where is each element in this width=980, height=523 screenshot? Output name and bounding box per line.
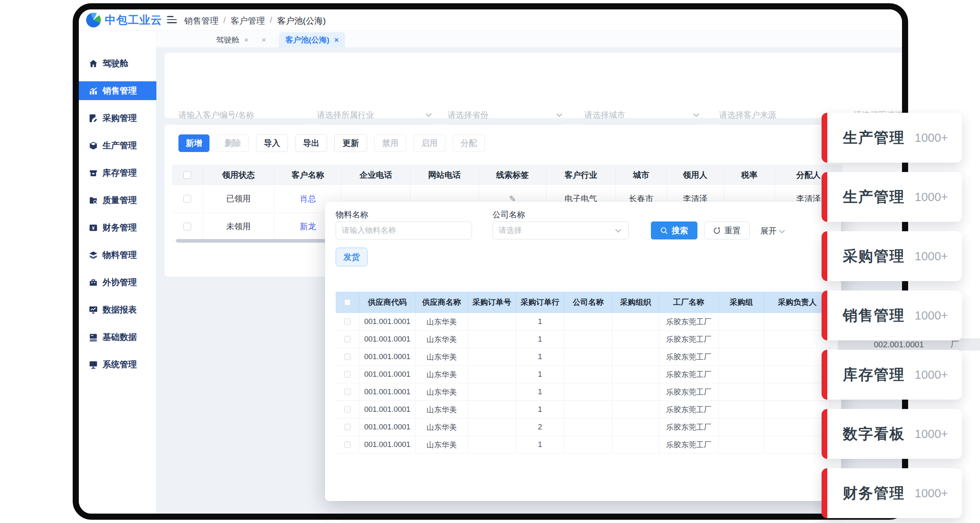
sidebar-item-system[interactable]: 系统管理: [79, 355, 156, 374]
row-checkbox[interactable]: [183, 195, 191, 203]
finance-yen-icon: ¥: [89, 223, 98, 232]
supplier-name: 山东华美: [416, 418, 468, 436]
supplier-row: 001.001.0001 山东华美 1 乐胶东莞工厂: [336, 348, 831, 366]
supplier-table-header: 供应商代码 供应商名称 采购订单号 采购订单行 公司名称 采购组织 工厂名称 采…: [336, 292, 831, 313]
chevron-down-icon: [557, 111, 562, 117]
po-line: 1: [516, 401, 564, 418]
column-header: 领用状态: [203, 165, 274, 185]
sidebar-item-purchase[interactable]: 采购管理: [79, 109, 156, 127]
svg-text:¥: ¥: [92, 225, 95, 230]
delete-button[interactable]: 删除: [217, 134, 249, 152]
module-card-sales[interactable]: 销售管理 1000+: [822, 291, 962, 340]
factory-name: 乐胶东莞工厂: [659, 331, 719, 348]
purchase-org: [612, 313, 659, 331]
sidebar-item-dashboard[interactable]: 驾驶舱: [79, 54, 156, 73]
assign-button[interactable]: 分配: [453, 134, 485, 152]
select-all-checkbox[interactable]: [344, 299, 351, 306]
sales-chart-icon: [89, 86, 98, 96]
tab-close-icon[interactable]: ×: [244, 36, 249, 45]
supplier-row: 001.001.0001 山东华美 1 乐胶东莞工厂: [336, 366, 831, 383]
row-checkbox[interactable]: [183, 223, 191, 230]
ship-button[interactable]: 发货: [336, 248, 368, 266]
city-select[interactable]: 请选择城市: [584, 106, 701, 124]
select-placeholder: 请选择所属行业: [317, 110, 374, 121]
add-button[interactable]: 新增: [178, 134, 209, 152]
tab-close-icon[interactable]: ×: [334, 36, 339, 45]
modal-expand-link[interactable]: 展开: [760, 226, 786, 237]
search-label: 搜索: [672, 225, 688, 236]
column-header: 公司名称: [564, 292, 612, 313]
module-card-production-2[interactable]: 生产管理 1000+: [822, 172, 962, 222]
tab-close-icon[interactable]: ×: [262, 36, 266, 45]
sidebar-item-material[interactable]: 物料管理: [79, 246, 156, 264]
module-card-purchase[interactable]: 采购管理 1000+: [822, 231, 962, 281]
supplier-name: 山东华美: [416, 348, 468, 366]
row-checkbox[interactable]: [344, 389, 351, 395]
update-button[interactable]: 更新: [334, 134, 367, 152]
select-placeholder: 请选择客户来源: [719, 110, 776, 121]
outsourcing-briefcase-icon: [89, 278, 98, 287]
row-checkbox[interactable]: [344, 406, 351, 413]
customer-name-link[interactable]: 新龙: [300, 221, 316, 232]
fragment-partial-text: 厂: [951, 339, 959, 350]
column-header: 税率: [724, 165, 775, 185]
customer-keyword-input[interactable]: [178, 106, 303, 124]
card-title: 采购管理: [843, 246, 905, 266]
tab-customer-pool[interactable]: 客户池(公海) ×: [279, 32, 345, 48]
sidebar-item-sales[interactable]: 销售管理: [79, 81, 156, 100]
supplier-name: 山东华美: [416, 313, 468, 331]
supplier-row: 001.001.0001 山东华美 1 乐胶东莞工厂: [336, 331, 831, 348]
reset-button[interactable]: 重置: [704, 221, 750, 239]
customer-keyword-field[interactable]: [178, 110, 303, 120]
search-button[interactable]: 搜索: [651, 221, 697, 239]
sidebar-item-quality[interactable]: 质量管理: [79, 191, 156, 210]
purchase-owner: [764, 436, 831, 454]
row-checkbox[interactable]: [344, 441, 351, 448]
po-number: [468, 348, 516, 366]
province-select[interactable]: 请选择省份: [448, 106, 564, 124]
row-checkbox[interactable]: [344, 371, 351, 378]
import-button[interactable]: 导入: [256, 134, 288, 152]
industry-select[interactable]: 请选择所属行业: [317, 106, 433, 124]
sidebar-item-label: 外协管理: [102, 277, 137, 288]
sidebar-item-basedata[interactable]: 基础数据: [79, 328, 156, 346]
sidebar-item-finance[interactable]: ¥ 财务管理: [79, 218, 156, 237]
select-all-checkbox[interactable]: [183, 171, 191, 179]
sidebar-item-outsourcing[interactable]: 外协管理: [79, 273, 156, 292]
customer-name-link[interactable]: 肖总: [300, 193, 316, 204]
quality-folder-icon: [89, 196, 98, 205]
supplier-name: 山东华美: [416, 331, 468, 348]
row-checkbox[interactable]: [344, 318, 351, 325]
material-name-field[interactable]: [342, 226, 466, 235]
po-number: [468, 401, 516, 418]
sidebar-item-reports[interactable]: 数据报表: [79, 300, 156, 319]
module-card-finance[interactable]: 财务管理 1000+: [822, 468, 962, 518]
menu-toggle-icon[interactable]: [167, 16, 177, 24]
purchase-org: [612, 436, 659, 454]
purchase-org: [612, 418, 659, 436]
export-button[interactable]: 导出: [295, 134, 327, 152]
material-name-input[interactable]: [336, 221, 472, 239]
sidebar-item-label: 生产管理: [102, 140, 137, 151]
enable-button[interactable]: 启用: [414, 134, 445, 152]
sidebar-item-inventory[interactable]: 库存管理: [79, 163, 156, 182]
row-checkbox[interactable]: [344, 424, 351, 430]
disable-button[interactable]: 禁用: [374, 134, 406, 152]
refresh-icon: [713, 227, 721, 235]
row-checkbox[interactable]: [344, 336, 351, 342]
breadcrumb-item[interactable]: 销售管理: [184, 15, 218, 27]
company-select[interactable]: 请选择: [492, 221, 629, 239]
po-number: [468, 366, 516, 383]
row-checkbox[interactable]: [344, 353, 351, 360]
module-card-production-1[interactable]: 生产管理 1000+: [822, 113, 962, 163]
tab-unnamed[interactable]: ×: [250, 32, 273, 48]
brand-logo[interactable]: 中包工业云: [86, 13, 162, 27]
sidebar-item-production[interactable]: 生产管理: [79, 136, 156, 155]
breadcrumb: 销售管理 / 客户管理 / 客户池(公海): [184, 15, 326, 27]
logo-icon: [86, 13, 101, 27]
tab-dashboard[interactable]: 驾驶舱 ×: [209, 32, 255, 48]
customer-source-select[interactable]: 请选择客户来源: [719, 106, 835, 124]
breadcrumb-item[interactable]: 客户管理: [231, 15, 265, 27]
module-card-inventory[interactable]: 库存管理 1000+: [822, 350, 962, 400]
module-card-digital-board[interactable]: 数字看板 1000+: [822, 409, 962, 459]
